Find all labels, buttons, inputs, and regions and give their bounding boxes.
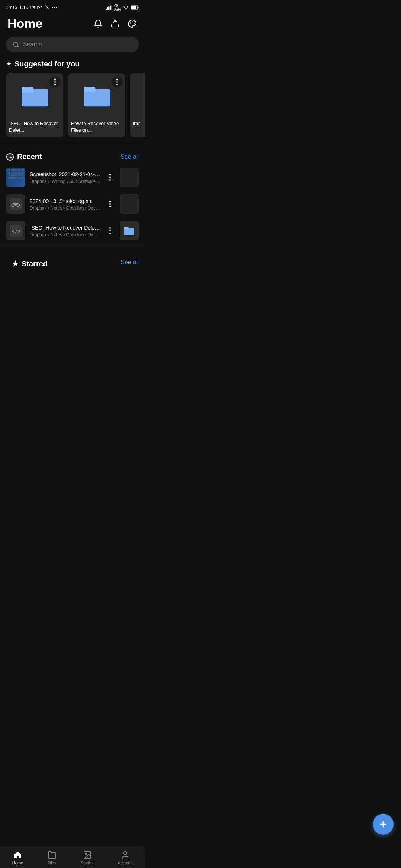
svg-line-18: [17, 46, 18, 47]
suggested-title-text: Suggested for you: [14, 60, 80, 68]
recent-right-thumb-2: [120, 194, 139, 214]
recent-path-2: Dropbox › Notes › Obsidian › Duckland › …: [30, 206, 100, 211]
card-2-thumb: [68, 73, 125, 118]
svg-rect-6: [110, 6, 111, 10]
starred-see-all-button[interactable]: See all: [121, 259, 139, 266]
svg-rect-23: [84, 87, 95, 92]
recent-info-1: Screenshot_2021-02-21-04-54-14-288_com.g…: [30, 171, 100, 184]
folder-icon-1: [22, 85, 48, 107]
svg-point-13: [133, 22, 133, 22]
recent-path-3: Dropbox › Notes › Obsidian › Duckland ›: [30, 232, 100, 237]
header: Home: [0, 13, 145, 37]
recent-list: Screenshot_2021-02-21-04-54-14-288_com.g…: [0, 164, 145, 244]
status-left: 18:16 1.1KB/s: [6, 5, 57, 10]
vowifi-label: VoWiFi: [114, 3, 121, 11]
star-icon: ★: [12, 259, 19, 268]
svg-rect-33: [124, 227, 129, 230]
recent-thumb-1: [6, 168, 25, 187]
recent-name-2: 2024-09-13_SmokeLog.md: [30, 198, 100, 205]
recent-section: Recent See all Screenshot_2021-02-21-04-…: [0, 145, 145, 244]
svg-rect-3: [106, 9, 107, 10]
wifi-off-icon: [45, 5, 50, 10]
search-placeholder: Search: [23, 41, 42, 48]
svg-point-0: [52, 7, 53, 8]
recent-item-2-more-button[interactable]: [105, 199, 115, 209]
suggested-title: ✦ Suggested for you: [0, 60, 145, 73]
search-bar[interactable]: Search: [6, 37, 139, 52]
starred-title-wrapper: ★ Starred: [6, 253, 53, 271]
recent-title-wrapper: Recent: [6, 152, 42, 161]
notification-button[interactable]: [93, 19, 103, 29]
theme-button[interactable]: [127, 19, 137, 29]
svg-point-1: [54, 7, 55, 8]
svg-point-26: [10, 157, 11, 158]
starred-title-text: Starred: [22, 260, 48, 268]
spark-icon: ✦: [6, 60, 12, 68]
svg-point-2: [56, 7, 57, 8]
suggested-card-2[interactable]: How to Recover Video Files on...: [68, 73, 125, 137]
suggested-cards-scroll[interactable]: -SEO- How to Recover Delet... How to Rec…: [0, 73, 145, 145]
svg-text:</>: </>: [12, 228, 21, 234]
json-file-icon: </>: [10, 225, 22, 237]
recent-thumb-2: [6, 194, 25, 214]
svg-rect-10: [131, 6, 136, 9]
recent-name-1: Screenshot_2021-02-21-04-54-14-288_com.g…: [30, 171, 100, 178]
page-title: Home: [7, 16, 42, 31]
search-icon: [13, 41, 19, 48]
svg-point-14: [134, 23, 134, 23]
gmail-icon: [37, 5, 42, 10]
svg-point-15: [131, 22, 131, 22]
recent-header: Recent See all: [0, 147, 145, 164]
recent-item-3[interactable]: </> -SEO- How to Recover Deleted Photos …: [0, 217, 145, 244]
recent-see-all-button[interactable]: See all: [121, 154, 139, 160]
status-right: VoWiFi: [106, 3, 139, 11]
status-speed: 1.1KB/s: [19, 5, 35, 10]
svg-rect-5: [108, 7, 110, 10]
suggested-section: ✦ Suggested for you -SEO- How to Recover…: [0, 60, 145, 145]
starred-section: ★ Starred See all: [0, 244, 145, 274]
recent-title-text: Recent: [17, 152, 42, 161]
svg-rect-4: [107, 7, 108, 10]
folder-thumb-icon: [124, 226, 134, 236]
card-3-thumb: [130, 73, 145, 118]
recent-name-3: -SEO- How to Recover Deleted Photos From…: [30, 224, 100, 232]
battery-icon: [131, 5, 139, 10]
search-container: Search: [6, 37, 139, 52]
card-1-label: -SEO- How to Recover Delet...: [6, 118, 63, 137]
signal-icon: [106, 5, 112, 10]
recent-info-3: -SEO- How to Recover Deleted Photos From…: [30, 224, 100, 238]
status-time: 18:16: [6, 5, 17, 10]
card-1-thumb: [6, 73, 63, 118]
recent-thumb-3: </>: [6, 221, 25, 240]
suggested-card-1[interactable]: -SEO- How to Recover Delet...: [6, 73, 63, 137]
recent-item-2[interactable]: 2024-09-13_SmokeLog.md Dropbox › Notes ›…: [0, 191, 145, 217]
card-3-label: ima: [130, 118, 145, 131]
recent-right-thumb-3: [120, 221, 139, 240]
svg-rect-11: [138, 7, 139, 8]
svg-point-8: [125, 9, 126, 10]
upload-button[interactable]: [110, 19, 120, 29]
svg-rect-7: [111, 5, 112, 10]
folder-icon-2: [84, 85, 110, 107]
recent-item-1[interactable]: Screenshot_2021-02-21-04-54-14-288_com.g…: [0, 164, 145, 191]
clock-icon: [6, 153, 14, 161]
status-bar: 18:16 1.1KB/s VoWiFi: [0, 0, 145, 13]
recent-right-thumb-1: [120, 168, 139, 187]
recent-path-1: Dropbox › !Writing › 508 Software › How: [30, 179, 100, 184]
svg-point-16: [130, 24, 130, 24]
recent-item-1-more-button[interactable]: [105, 172, 115, 183]
recent-item-3-more-button[interactable]: [105, 226, 115, 236]
suggested-card-3[interactable]: ima: [130, 73, 145, 137]
recent-info-2: 2024-09-13_SmokeLog.md Dropbox › Notes ›…: [30, 198, 100, 211]
svg-rect-21: [22, 87, 33, 92]
md-file-icon: [10, 198, 22, 210]
card-2-menu-button[interactable]: [111, 76, 123, 88]
card-1-menu-button[interactable]: [49, 76, 61, 88]
wifi-icon: [123, 5, 129, 10]
header-icons: [93, 19, 137, 29]
card-2-label: How to Recover Video Files on...: [68, 118, 125, 137]
overflow-icon: [52, 5, 57, 10]
